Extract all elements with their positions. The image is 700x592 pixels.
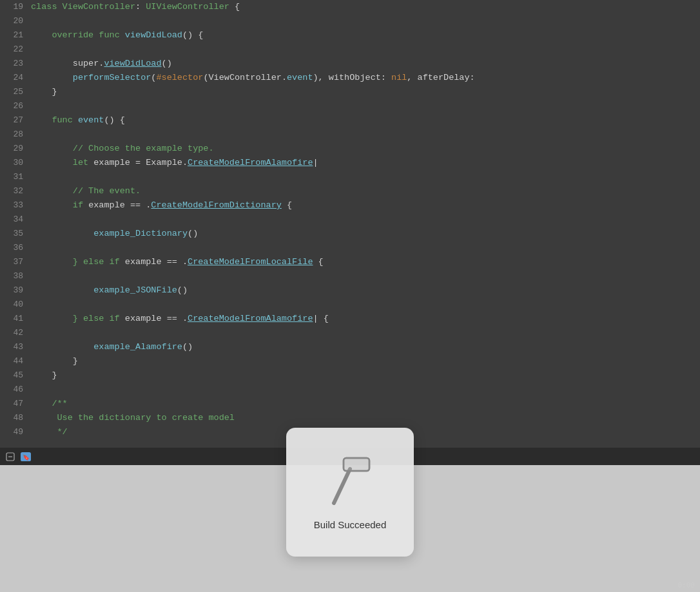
code-line: 46 [0,383,700,397]
line-content [31,43,700,57]
code-line: 31 [0,170,700,184]
svg-text:🔖: 🔖 [23,453,30,461]
line-content: } [31,354,700,368]
line-content [31,170,700,184]
line-number: 46 [0,383,31,397]
line-content: super.viewDidLoad() [31,57,700,71]
line-number: 44 [0,354,31,368]
line-content: example_Alamofire() [31,340,700,354]
hammer-icon [324,455,376,513]
line-content [31,128,700,142]
line-number: 38 [0,269,31,283]
code-line: 25 } [0,85,700,99]
line-content: // The event. [31,184,700,198]
code-line: 21 override func viewDidLoad() { [0,28,700,43]
line-content [31,383,700,397]
line-number: 19 [0,0,31,14]
line-content: } else if example == .CreateModelFromLoc… [31,255,700,269]
line-content: } else if example == .CreateModelFromAla… [31,312,700,326]
line-number: 48 [0,411,31,425]
line-number: 31 [0,170,31,184]
line-number: 34 [0,213,31,227]
line-number: 41 [0,312,31,326]
line-content: override func viewDidLoad() { [31,28,700,43]
line-content [31,241,700,255]
svg-rect-6 [344,458,369,471]
line-number: 30 [0,156,31,170]
code-line: 34 [0,213,700,227]
code-line: 27 func event() { [0,113,700,128]
code-line: 30 let example = Example.CreateModelFrom… [0,156,700,170]
code-line: 24 performSelector(#selector(ViewControl… [0,71,700,85]
line-content: example_Dictionary() [31,227,700,241]
code-line: 32 // The event. [0,184,700,198]
line-number: 36 [0,241,31,255]
code-line: 37 } else if example == .CreateModelFrom… [0,255,700,269]
line-number: 33 [0,198,31,213]
line-content [31,298,700,312]
build-notification: Build Succeeded [286,428,414,557]
line-number: 29 [0,142,31,156]
line-number: 25 [0,85,31,99]
code-line: 45 } [0,368,700,383]
line-content: /** [31,397,700,411]
line-content [31,269,700,283]
line-content: // Choose the example type. [31,142,700,156]
line-number: 43 [0,340,31,354]
line-number: 28 [0,128,31,142]
line-number: 49 [0,425,31,439]
line-number: 39 [0,283,31,298]
line-number: 47 [0,397,31,411]
code-line: 42 [0,326,700,340]
minus-square-icon[interactable] [5,452,15,462]
build-succeeded-label: Build Succeeded [314,519,387,530]
line-number: 27 [0,113,31,128]
code-line: 29 // Choose the example type. [0,142,700,156]
line-content: } [31,368,700,383]
line-number: 35 [0,227,31,241]
line-number: 45 [0,368,31,383]
line-number: 23 [0,57,31,71]
line-content: let example = Example.CreateModelFromAla… [31,156,700,170]
code-line: 38 [0,269,700,283]
code-line: 20 [0,14,700,28]
line-content [31,14,700,28]
code-line: 33 if example == .CreateModelFromDiction… [0,198,700,213]
line-number: 42 [0,326,31,340]
code-line: 19class ViewController: UIViewController… [0,0,700,14]
line-content: performSelector(#selector(ViewController… [31,71,700,85]
svg-line-5 [334,469,350,503]
line-number: 26 [0,99,31,113]
line-number: 32 [0,184,31,198]
line-number: 24 [0,71,31,85]
code-line: 43 example_Alamofire() [0,340,700,354]
code-line: 23 super.viewDidLoad() [0,57,700,71]
line-content: example_JSONFile() [31,283,700,298]
code-line: 40 [0,298,700,312]
line-number: 20 [0,14,31,28]
code-line: 28 [0,128,700,142]
line-content: func event() { [31,113,700,128]
code-line: 22 [0,43,700,57]
code-editor: 19class ViewController: UIViewController… [0,0,700,461]
line-number: 37 [0,255,31,269]
line-number: 40 [0,298,31,312]
line-content: if example == .CreateModelFromDictionary… [31,198,700,213]
code-line: 48 Use the dictionary to create model [0,411,700,425]
gray-area: Build Succeeded [0,465,700,592]
line-content [31,99,700,113]
tag-icon[interactable]: 🔖 [21,452,31,462]
code-line: 26 [0,99,700,113]
line-number: 22 [0,43,31,57]
code-line: 35 example_Dictionary() [0,227,700,241]
code-lines: 19class ViewController: UIViewController… [0,0,700,439]
code-line: 47 /** [0,397,700,411]
code-line: 36 [0,241,700,255]
line-content: class ViewController: UIViewController { [31,0,700,14]
line-content [31,213,700,227]
line-number: 21 [0,28,31,43]
code-line: 44 } [0,354,700,368]
line-content [31,326,700,340]
line-content: Use the dictionary to create model [31,411,700,425]
line-content: } [31,85,700,99]
